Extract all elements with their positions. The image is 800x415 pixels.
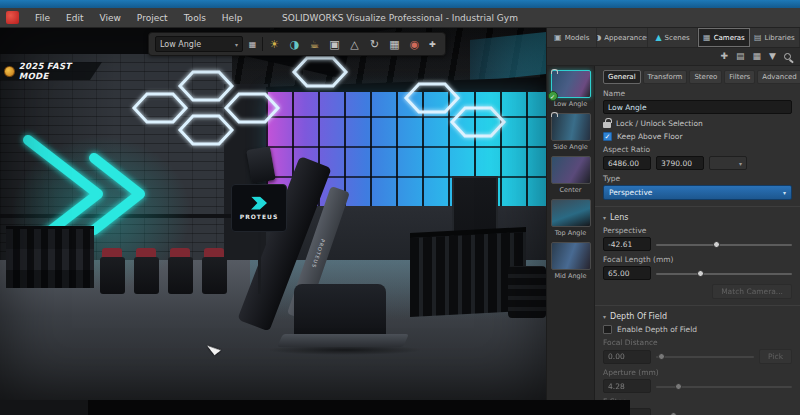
models-cube-icon: ▣ (554, 33, 562, 42)
aperture-input[interactable]: 4.28 (603, 379, 651, 393)
window-title: SOLIDWORKS Visualize Professional - Indu… (282, 13, 518, 23)
focal-length-input[interactable]: 65.00 (603, 266, 651, 280)
camera-thumbnail[interactable] (551, 242, 591, 270)
lock-selection-label: Lock / Unlock Selection (616, 119, 703, 128)
render-icon[interactable]: ◉ (406, 36, 423, 53)
menu-help[interactable]: Help (214, 13, 251, 23)
camera-item-center[interactable]: Center (549, 156, 593, 194)
focal-distance-label: Focal Distance (603, 338, 792, 347)
tab-cameras-label: Cameras (714, 34, 745, 42)
lock-selection-row[interactable]: Lock / Unlock Selection (603, 118, 792, 128)
name-input[interactable]: Low Angle (603, 100, 792, 114)
camera-item-label: Side Angle (553, 143, 588, 151)
aspect-height-input[interactable]: 3790.00 (656, 156, 704, 170)
section-divider (595, 206, 800, 207)
import-folder-icon[interactable]: ▤ (736, 52, 745, 61)
aspect-ratio-row: 6486.00 3790.00 ▾ (603, 156, 792, 170)
camera-thumbnail[interactable] (551, 156, 591, 184)
fstop-row: 1.50 (603, 408, 792, 415)
enable-dof-checkbox[interactable] (603, 325, 612, 334)
turntable-icon[interactable]: ↻ (366, 36, 383, 53)
keep-above-floor-checkbox[interactable]: ✓ (603, 132, 612, 141)
fstop-slider[interactable] (656, 411, 792, 415)
tab-advanced[interactable]: Advanced (757, 70, 800, 84)
tab-libraries[interactable]: ▤ Libraries (750, 28, 800, 47)
menu-file[interactable]: File (27, 13, 58, 23)
appearance-sphere-icon[interactable]: ◑ (286, 36, 303, 53)
tab-libraries-label: Libraries (764, 34, 794, 42)
camera-list-icon[interactable]: ▦ (246, 36, 259, 53)
camera-item-top-angle[interactable]: Top Angle (549, 199, 593, 237)
camera-thumbnail[interactable] (551, 199, 591, 227)
camera-select-value: Low Angle (160, 40, 201, 49)
aspect-preset-dropdown[interactable]: ▾ (709, 156, 747, 170)
exercise-bikes (100, 238, 242, 294)
camera-tool-icon[interactable]: ▦ (386, 36, 403, 53)
search-icon[interactable] (784, 53, 791, 60)
menu-edit[interactable]: Edit (58, 13, 91, 23)
window-accent-strip (0, 0, 800, 8)
lens-section-header[interactable]: ▾ Lens (603, 213, 792, 222)
tab-scenes[interactable]: ▲ Scenes (648, 28, 698, 47)
chevron-down-icon: ▾ (235, 41, 238, 48)
tab-transform[interactable]: Transform (643, 70, 688, 84)
tab-models[interactable]: ▣ Models (547, 28, 597, 47)
app-logo-icon[interactable] (6, 11, 19, 24)
tab-stereo[interactable]: Stereo (689, 70, 722, 84)
timeline-bar[interactable] (88, 400, 630, 415)
fast-mode-label: 2025 FAST MODE (19, 61, 102, 81)
aspect-ratio-label: Aspect Ratio (603, 145, 792, 154)
keep-above-floor-row[interactable]: ✓ Keep Above Floor (603, 132, 792, 141)
aperture-label: Aperture (mm) (603, 368, 792, 377)
perspective-slider[interactable] (656, 240, 792, 249)
dumbbell-rack (6, 226, 94, 288)
menu-tools[interactable]: Tools (176, 13, 214, 23)
enable-dof-row[interactable]: Enable Depth of Field (603, 325, 792, 334)
type-dropdown[interactable]: Perspective ▾ (603, 185, 792, 200)
focal-distance-input[interactable]: 0.00 (603, 350, 651, 364)
keep-above-floor-label: Keep Above Floor (617, 132, 683, 141)
pivot-triad-icon[interactable]: △ (346, 36, 363, 53)
enable-dof-label: Enable Depth of Field (617, 325, 697, 334)
name-label: Name (603, 89, 792, 98)
match-camera-button[interactable]: Match Camera... (712, 284, 792, 299)
perspective-input[interactable]: -42.61 (603, 237, 651, 251)
exercise-bike (134, 248, 159, 294)
machine-sign: PROTEUS (231, 184, 287, 232)
focal-distance-slider[interactable] (656, 352, 754, 361)
menu-project[interactable]: Project (129, 13, 176, 23)
camera-select-dropdown[interactable]: Low Angle ▾ (155, 36, 243, 52)
camera-item-label: Mid Angle (554, 272, 586, 280)
dof-section-header[interactable]: ▾ Depth Of Field (603, 312, 792, 321)
camera-item-side-angle[interactable]: Side Angle (549, 113, 593, 151)
tab-scenes-label: Scenes (665, 34, 690, 42)
machine-brand-text: PROTEUS (311, 238, 327, 269)
aperture-slider[interactable] (656, 382, 792, 391)
camera-item-label: Low Angle (554, 100, 587, 108)
sign-pole (258, 232, 261, 294)
cube-view-icon[interactable]: ▣ (326, 36, 343, 53)
tab-appearances[interactable]: ◑ Appearances (597, 28, 647, 47)
menu-view[interactable]: View (92, 13, 129, 23)
sun-environment-icon[interactable]: ☀ (266, 36, 283, 53)
filter-icon[interactable]: ▼ (769, 52, 776, 61)
panel-content: ✓ Low Angle Side Angle Center (547, 66, 800, 415)
camera-thumbnail[interactable] (551, 113, 591, 141)
camera-item-low-angle[interactable]: ✓ Low Angle (549, 70, 593, 108)
add-toolbar-icon[interactable]: ✚ (426, 36, 439, 53)
tab-filters[interactable]: Filters (724, 70, 755, 84)
denoiser-icon[interactable]: ☕ (306, 36, 323, 53)
scenes-icon: ▲ (655, 33, 661, 42)
right-panel: ▣ Models ◑ Appearances ▲ Scenes ▦ Camera… (546, 28, 800, 415)
aspect-width-input[interactable]: 6486.00 (603, 156, 651, 170)
camera-thumbnail[interactable]: ✓ (551, 70, 591, 98)
tab-general[interactable]: General (603, 70, 641, 84)
tab-cameras[interactable]: ▦ Cameras (698, 28, 749, 47)
pick-button[interactable]: Pick (759, 349, 792, 364)
add-camera-icon[interactable]: ✚ (721, 52, 729, 61)
focal-length-slider[interactable] (656, 269, 792, 278)
new-camera-icon[interactable]: ▦ (753, 52, 762, 61)
viewport-3d[interactable]: PROTEUS PROTEUS 2025 FAST MODE Low Angle… (0, 28, 546, 400)
camera-item-mid-angle[interactable]: Mid Angle (549, 242, 593, 280)
focal-length-label: Focal Length (mm) (603, 255, 792, 264)
